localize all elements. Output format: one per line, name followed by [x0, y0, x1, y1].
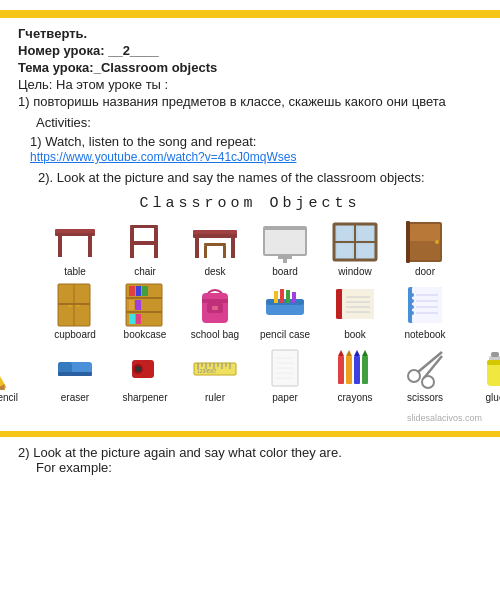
divider-yellow-bar: [0, 431, 500, 437]
svg-rect-8: [130, 244, 134, 258]
list-item: pencil: [0, 346, 37, 403]
activity2-label: 2). Look at the picture and say the name…: [38, 170, 482, 185]
list-item: door: [393, 220, 457, 277]
activity1-text: 1) Watch, listen to the song and repeat:: [30, 134, 256, 149]
scissors-label: scissors: [407, 392, 443, 403]
window-label: window: [338, 266, 371, 277]
svg-rect-42: [129, 286, 135, 296]
sharpener-label: sharpener: [122, 392, 167, 403]
list-item: scissors: [393, 346, 457, 403]
bottom-example-label: For example:: [36, 460, 482, 475]
cupboard-label: cupboard: [54, 329, 96, 340]
svg-rect-1: [58, 235, 62, 257]
svg-rect-106: [354, 356, 360, 384]
list-item: cupboard: [43, 283, 107, 340]
crayons-icon: [328, 346, 382, 390]
bottom-section: 2) Look at the picture again and say wha…: [18, 445, 482, 475]
chair-icon: [118, 220, 172, 264]
desk-icon: [188, 220, 242, 264]
svg-marker-105: [346, 350, 352, 356]
schoolbag-icon: [188, 283, 242, 327]
day-label: Гчетверть.: [18, 26, 482, 41]
svg-rect-26: [337, 244, 352, 258]
svg-rect-47: [129, 314, 135, 324]
objects-row-1: table chair: [43, 220, 457, 277]
objects-row-3: pencil eraser: [0, 346, 500, 403]
notebook-label: notebook: [404, 329, 445, 340]
page: Гчетверть. Номер урока: __2____ Тема уро…: [0, 0, 500, 613]
desk-label: desk: [204, 266, 225, 277]
pencilcase-icon: [258, 283, 312, 327]
svg-rect-20: [283, 259, 287, 263]
svg-rect-58: [292, 292, 296, 303]
svg-rect-16: [223, 246, 226, 258]
site-credit: slidesalacivos.com: [18, 413, 482, 423]
goal-item1: 1) повторишь названия предметов в классе…: [18, 94, 482, 109]
svg-rect-41: [126, 311, 162, 313]
list-item: table: [43, 220, 107, 277]
glue-icon: [468, 346, 500, 390]
lesson-topic: Тема урока:_Classroom objects: [18, 60, 482, 75]
svg-point-84: [135, 366, 141, 372]
list-item: school bag: [183, 283, 247, 340]
activity1-label: 1) Watch, listen to the song and repeat:…: [30, 134, 482, 164]
svg-rect-45: [129, 300, 134, 310]
window-icon: [328, 220, 382, 264]
list-item: chair: [113, 220, 177, 277]
svg-rect-33: [406, 221, 410, 263]
svg-rect-116: [491, 352, 499, 357]
svg-marker-109: [362, 350, 368, 356]
svg-rect-44: [142, 286, 148, 296]
pencilcase-label: pencil case: [260, 329, 310, 340]
svg-rect-46: [135, 300, 141, 310]
paper-label: paper: [272, 392, 298, 403]
svg-rect-30: [410, 224, 440, 241]
sharpener-icon: [118, 346, 172, 390]
list-item: 1234567 ruler: [183, 346, 247, 403]
svg-point-74: [410, 305, 414, 309]
svg-rect-31: [410, 243, 440, 260]
svg-rect-40: [126, 297, 162, 299]
pencil-label: pencil: [0, 392, 18, 403]
svg-rect-9: [154, 244, 158, 258]
list-item: desk: [183, 220, 247, 277]
book-icon: [328, 283, 382, 327]
svg-point-75: [410, 311, 414, 315]
list-item: sharpener: [113, 346, 177, 403]
ruler-icon: 1234567: [188, 346, 242, 390]
svg-rect-67: [412, 287, 442, 323]
list-item: paper: [253, 346, 317, 403]
list-item: glue: [463, 346, 500, 403]
lesson-number: Номер урока: __2____: [18, 43, 482, 58]
scissors-icon: [398, 346, 452, 390]
svg-point-73: [410, 299, 414, 303]
svg-rect-54: [266, 299, 304, 305]
svg-rect-108: [362, 356, 368, 384]
svg-rect-57: [286, 290, 290, 303]
activity1-link[interactable]: https://www.youtube.com/watch?v=41cJ0mqW…: [30, 150, 296, 164]
bookcase-icon: [118, 283, 172, 327]
svg-rect-13: [193, 230, 237, 234]
schoolbag-label: school bag: [191, 329, 239, 340]
list-item: eraser: [43, 346, 107, 403]
svg-rect-27: [358, 244, 373, 258]
svg-rect-102: [338, 356, 344, 384]
svg-rect-52: [202, 299, 228, 303]
svg-rect-48: [136, 314, 141, 324]
svg-rect-12: [231, 238, 235, 258]
svg-point-72: [410, 293, 414, 297]
svg-rect-25: [358, 226, 373, 240]
objects-row-2: cupboard: [43, 283, 457, 340]
svg-marker-107: [354, 350, 360, 356]
svg-point-32: [435, 240, 439, 244]
cupboard-icon: [48, 283, 102, 327]
svg-rect-3: [55, 229, 95, 233]
eraser-label: eraser: [61, 392, 89, 403]
goal-label: Цель: На этом уроке ты :: [18, 77, 482, 92]
door-label: door: [415, 266, 435, 277]
objects-grid: table chair: [18, 220, 482, 403]
svg-rect-24: [337, 226, 352, 240]
svg-rect-11: [195, 238, 199, 258]
svg-rect-55: [274, 291, 278, 303]
svg-rect-51: [212, 306, 218, 310]
